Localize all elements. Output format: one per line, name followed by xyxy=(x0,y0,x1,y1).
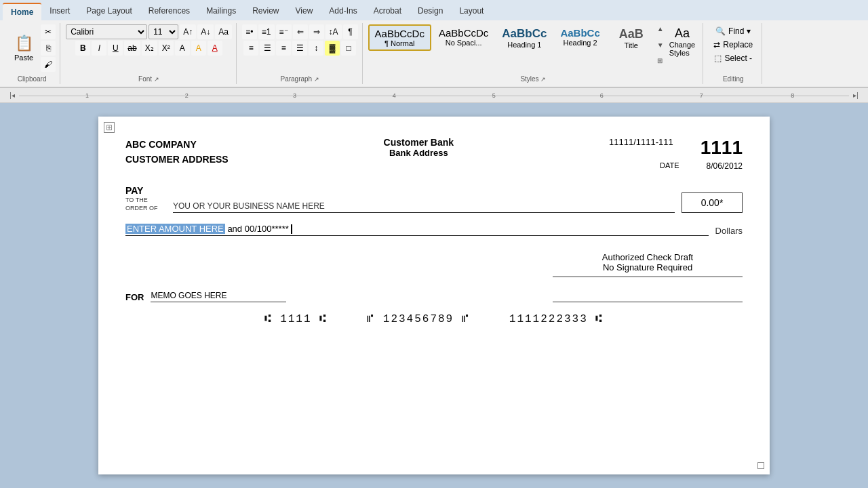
align-left-button[interactable]: ≡ xyxy=(243,41,258,56)
amount-value: 0.00* xyxy=(701,197,724,208)
align-center-button[interactable]: ☰ xyxy=(260,41,275,56)
style-heading1-button[interactable]: AaBbCc Heading 1 xyxy=(496,24,553,52)
find-dropdown[interactable]: ▾ xyxy=(747,26,751,36)
editing-label: Editing xyxy=(705,75,762,83)
replace-button[interactable]: ⇄ Replace xyxy=(709,38,757,52)
tab-insert[interactable]: Insert xyxy=(41,3,78,20)
tab-mailings[interactable]: Mailings xyxy=(198,3,244,20)
routing-number: 11111/1111-111 xyxy=(609,137,673,147)
ruler-scale[interactable]: 1 2 3 4 5 6 7 8 xyxy=(19,88,849,102)
payee-line[interactable]: YOU OR YOUR BUSINESS NAME HERE xyxy=(173,201,675,213)
font-size-select[interactable]: 11 xyxy=(149,24,178,39)
page-corner-handle[interactable]: ⊞ xyxy=(104,122,115,133)
increase-indent-button[interactable]: ⇒ xyxy=(309,24,324,39)
to-the-label: TO THE xyxy=(125,197,166,205)
sort-button[interactable]: ↕A xyxy=(326,24,342,39)
paste-icon: 📋 xyxy=(15,35,33,52)
styles-scroll-arrows: ▲ ▼ ⊞ xyxy=(655,24,666,65)
tab-review[interactable]: Review xyxy=(244,3,287,20)
tab-add-ins[interactable]: Add-Ins xyxy=(321,3,365,20)
document-area[interactable]: ⊞ ABC COMPANY CUSTOMER ADDRESS Customer … xyxy=(0,103,868,488)
routing-date-area: 11111/1111-111 1111 DATE 8/06/2012 xyxy=(609,137,743,171)
font-group: Calibri 11 A↑ A↓ Aa B I U ab X₂ X² A A A xyxy=(62,23,237,84)
cut-button[interactable]: ✂ xyxy=(41,24,56,39)
ribbon: Home Insert Page Layout References Maili… xyxy=(0,0,868,88)
styles-scroll-down[interactable]: ▼ xyxy=(655,41,666,49)
increase-font-button[interactable]: A↑ xyxy=(180,24,196,39)
italic-button[interactable]: I xyxy=(92,41,106,56)
replace-label: Replace xyxy=(723,40,753,49)
align-right-button[interactable]: ≡ xyxy=(276,41,291,56)
style-heading2-button[interactable]: AaBbCc Heading 2 xyxy=(554,24,606,49)
amount-selected-text: ENTER AMOUNT HERE xyxy=(125,224,225,234)
styles-scroll-up[interactable]: ▲ xyxy=(655,24,666,33)
line-spacing-button[interactable]: ↕ xyxy=(309,41,323,56)
select-button[interactable]: ⬚ Select - xyxy=(709,52,757,65)
shading-button[interactable]: ▓ xyxy=(325,41,340,56)
ruler-tick-6: 6 xyxy=(600,92,604,99)
memo-field[interactable]: MEMO GOES HERE xyxy=(151,291,286,302)
multilevel-button[interactable]: ≡⁻ xyxy=(276,24,292,39)
decrease-font-button[interactable]: A↓ xyxy=(197,24,214,39)
decrease-indent-button[interactable]: ⇐ xyxy=(293,24,308,39)
editing-group: 🔍 Find ▾ ⇄ Replace ⬚ Select - Editing xyxy=(705,23,762,84)
check-number: 1111 xyxy=(701,137,743,159)
superscript-button[interactable]: X² xyxy=(159,41,174,56)
clipboard-small-buttons: ✂ ⎘ 🖌 xyxy=(41,24,56,72)
style-title-button[interactable]: AaB Title xyxy=(608,24,655,52)
paste-button[interactable]: 📋 Paste xyxy=(8,24,39,72)
show-marks-button[interactable]: ¶ xyxy=(343,24,358,39)
bold-button[interactable]: B xyxy=(75,41,90,56)
auth-line1: Authorized Check Draft xyxy=(553,252,743,262)
tab-view[interactable]: View xyxy=(288,3,321,20)
style-heading2-label: Heading 2 xyxy=(564,39,597,47)
ruler-tick-7: 7 xyxy=(700,92,703,99)
check-header: ABC COMPANY CUSTOMER ADDRESS Customer Ba… xyxy=(125,137,743,171)
tab-references[interactable]: References xyxy=(140,3,198,20)
amount-words-rest: and 00/100***** xyxy=(225,224,289,234)
tab-page-layout[interactable]: Page Layout xyxy=(78,3,140,20)
amount-words-field[interactable]: ENTER AMOUNT HERE and 00/100***** xyxy=(125,224,709,237)
bank-address: Bank Address xyxy=(384,148,454,158)
bullets-button[interactable]: ≡• xyxy=(242,24,257,39)
ruler-left-margin: |◂ xyxy=(5,92,19,99)
font-color-button[interactable]: A xyxy=(208,41,222,56)
underline-button[interactable]: U xyxy=(108,41,123,56)
strikethrough-button[interactable]: ab xyxy=(124,41,140,56)
numbering-button[interactable]: ≡1 xyxy=(258,24,275,39)
font-name-select[interactable]: Calibri xyxy=(66,24,147,39)
format-painter-button[interactable]: 🖌 xyxy=(41,57,56,72)
amount-box[interactable]: 0.00* xyxy=(682,192,743,213)
style-normal-button[interactable]: AaBbCcDc ¶ Normal xyxy=(368,24,431,51)
dollars-label: Dollars xyxy=(715,226,743,236)
highlight-button[interactable]: A xyxy=(191,41,206,56)
page-corner-br xyxy=(757,462,764,469)
ribbon-body: 📋 Paste ✂ ⎘ 🖌 Clipboard Calibri 11 xyxy=(0,20,868,87)
copy-button[interactable]: ⎘ xyxy=(41,41,56,56)
find-button[interactable]: 🔍 Find ▾ xyxy=(711,24,755,38)
ruler-tick-8: 8 xyxy=(791,92,794,99)
pay-main-label: PAY xyxy=(125,184,166,197)
page: ⊞ ABC COMPANY CUSTOMER ADDRESS Customer … xyxy=(98,117,770,474)
style-no-spacing-button[interactable]: AaBbCcDc No Spaci... xyxy=(433,24,494,49)
styles-group: AaBbCcDc ¶ Normal AaBbCcDc No Spaci... A… xyxy=(364,23,704,84)
style-title-label: Title xyxy=(625,41,638,49)
clipboard-label: Clipboard xyxy=(4,75,60,83)
font-label: Font ↗ xyxy=(62,75,236,83)
tab-design[interactable]: Design xyxy=(410,3,451,20)
subscript-button[interactable]: X₂ xyxy=(142,41,157,56)
tab-layout[interactable]: Layout xyxy=(451,3,492,20)
ruler-right-margin: ▸| xyxy=(849,92,863,99)
styles-more[interactable]: ⊞ xyxy=(655,56,666,65)
change-styles-button[interactable]: Aa ChangeStyles xyxy=(666,24,699,59)
tab-acrobat[interactable]: Acrobat xyxy=(366,3,410,20)
justify-button[interactable]: ☰ xyxy=(292,41,307,56)
borders-button[interactable]: □ xyxy=(341,41,356,56)
clear-formatting-button[interactable]: Aa xyxy=(215,24,232,39)
clipboard-group: 📋 Paste ✂ ⎘ 🖌 Clipboard xyxy=(4,23,60,84)
tab-home[interactable]: Home xyxy=(3,3,41,20)
routing-checknum-row: 11111/1111-111 1111 xyxy=(609,137,743,159)
micr-line: ⑆ 1111 ⑆ ⑈ 123456789 ⑈ 1111222333 ⑆ xyxy=(125,313,743,325)
text-effects-button[interactable]: A xyxy=(175,41,190,56)
style-heading1-preview: AaBbCc xyxy=(502,27,547,41)
